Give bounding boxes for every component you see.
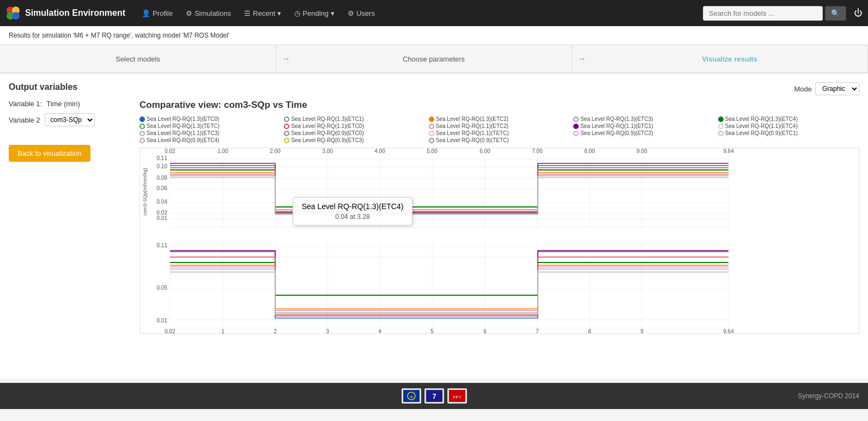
left-panel: Output variables Variable 1: Time (min) … <box>9 82 129 370</box>
svg-text:9.00: 9.00 <box>636 148 647 154</box>
legend-dot-7 <box>429 124 434 129</box>
svg-point-3 <box>12 12 20 20</box>
nav-simulations[interactable]: ⚙ Simulations <box>180 6 236 21</box>
legend-item-1: Sea Level RQ-RQ(1.3)(ETC1) <box>284 116 425 122</box>
dropdown-icon: ▾ <box>277 9 281 17</box>
legend-dot-14 <box>718 131 724 136</box>
svg-text:com3-SQp(ml/min/kg): com3-SQp(ml/min/kg) <box>142 168 148 216</box>
power-icon[interactable]: ⏻ <box>854 8 863 18</box>
legend-item-0: Sea Level RQ-RQ(1.3)(ETC0) <box>139 116 281 122</box>
legend-dot-12 <box>429 131 434 136</box>
legend-item-11: Sea Level RQ-RQ(0.9)(ETC0) <box>284 130 425 136</box>
navbar: Simulation Environment 👤 Profile ⚙ Simul… <box>0 0 868 26</box>
legend-dot-3 <box>573 117 579 122</box>
legend-dot-13 <box>573 131 579 136</box>
svg-text:0.11: 0.11 <box>157 155 168 161</box>
svg-text:0.01: 0.01 <box>157 318 168 324</box>
legend-item-4: Sea Level RQ-RQ(1.3)(ETC4) <box>718 116 859 122</box>
legend-item-2: Sea Level RQ-RQ(1.3)(ETC2) <box>429 116 570 122</box>
svg-text:9.64: 9.64 <box>723 328 734 333</box>
legend-dot-9 <box>718 124 724 129</box>
right-panel: Mode Graphic Table Comparative view: com… <box>139 82 859 370</box>
var1-value: Time (min) <box>46 100 80 108</box>
svg-text:3.00: 3.00 <box>322 148 333 154</box>
results-text: Results for simulation 'M6 + M7 RQ range… <box>9 32 229 39</box>
svg-text:7: 7 <box>536 328 539 333</box>
svg-text:0.02: 0.02 <box>165 148 175 154</box>
footer-copyright: Synergy-COPD 2014 <box>798 392 859 400</box>
svg-text:5: 5 <box>430 328 434 333</box>
mode-select[interactable]: Graphic Table <box>815 82 859 95</box>
nav-profile[interactable]: 👤 Profile <box>136 6 178 21</box>
svg-text:1: 1 <box>221 328 224 333</box>
svg-text:8.00: 8.00 <box>584 148 595 154</box>
clock-icon: ◷ <box>294 9 300 17</box>
back-button[interactable]: Back to visualization <box>9 145 90 162</box>
svg-text:★: ★ <box>410 395 413 399</box>
chart-title: Comparative view: com3-SQp vs Time <box>139 100 859 111</box>
search-button[interactable]: 🔍 <box>825 6 846 21</box>
footer-logo-3: FP7 <box>447 388 467 404</box>
results-bar: Results for simulation 'M6 + M7 RQ range… <box>0 26 868 45</box>
legend-item-5: Sea Level RQ-RQ(1.3)(TETC) <box>139 123 281 129</box>
arrow1: → <box>276 54 296 64</box>
legend-dot-0 <box>139 117 145 122</box>
variable2-row: Variable 2 com3-SQp <box>9 113 129 126</box>
svg-text:6.00: 6.00 <box>479 148 490 154</box>
footer: ★ 7 FP7 Synergy-COPD 2014 <box>0 383 868 409</box>
nav-recent[interactable]: ☰ Recent ▾ <box>239 6 287 21</box>
step-select-models[interactable]: Select models <box>0 45 276 72</box>
variable1-row: Variable 1: Time (min) <box>9 100 129 108</box>
legend-item-10: Sea Level RQ-RQ(1.1)(ETC3) <box>139 130 281 136</box>
svg-text:5.00: 5.00 <box>427 148 438 154</box>
gear-icon: ⚙ <box>186 9 192 17</box>
svg-text:0.01: 0.01 <box>157 215 168 221</box>
legend-item-9: Sea Level RQ-RQ(1.1)(ETC4) <box>718 123 859 129</box>
legend-dot-1 <box>284 117 289 122</box>
step-choose-params[interactable]: Choose parameters <box>296 45 572 72</box>
footer-logo-2: 7 <box>424 388 444 404</box>
legend-dot-2 <box>429 117 434 122</box>
legend-item-8: Sea Level RQ-RQ(1.1)(ETC1) <box>573 123 714 129</box>
legend-item-3: Sea Level RQ-RQ(1.3)(ETC3) <box>573 116 714 122</box>
svg-text:0.02: 0.02 <box>165 328 175 333</box>
user-icon: 👤 <box>142 9 150 17</box>
legend-dot-15 <box>139 138 145 143</box>
var1-label: Variable 1: <box>9 100 42 108</box>
output-vars-title: Output variables <box>9 82 129 92</box>
legend-item-15: Sea Level RQ-RQ(0.9)(ETC4) <box>139 137 281 143</box>
search-input[interactable] <box>703 6 823 21</box>
legend-item-13: Sea Level RQ-RQ(0.9)(ETC2) <box>573 130 714 136</box>
list-icon: ☰ <box>244 9 251 17</box>
legend-item-12: Sea Level RQ-RQ(1.1)(TETC) <box>429 130 570 136</box>
nav-pending[interactable]: ◷ Pending ▾ <box>289 6 340 21</box>
legend-item-17: Sea Level RQ-RQ(0.9)(TETC) <box>429 137 570 143</box>
svg-text:0.04: 0.04 <box>157 199 168 205</box>
svg-text:1.00: 1.00 <box>217 148 228 154</box>
legend-dot-4 <box>718 117 724 122</box>
svg-text:8: 8 <box>588 328 591 333</box>
nav-users[interactable]: ⚙ Users <box>342 6 380 21</box>
legend-dot-10 <box>139 131 145 136</box>
legend-dot-17 <box>429 138 434 143</box>
svg-text:3: 3 <box>326 328 329 333</box>
brand: Simulation Environment <box>5 5 125 21</box>
dropdown-icon2: ▾ <box>331 9 335 17</box>
legend-item-6: Sea Level RQ-RQ(1.1)(ETC0) <box>284 123 425 129</box>
variable2-select[interactable]: com3-SQp <box>45 113 95 126</box>
svg-text:6: 6 <box>483 328 487 333</box>
legend-dot-8 <box>573 124 579 129</box>
svg-text:0.10: 0.10 <box>157 163 168 169</box>
svg-text:9: 9 <box>640 328 644 333</box>
svg-text:7: 7 <box>432 392 436 400</box>
legend-dot-5 <box>139 124 145 129</box>
gear-icon2: ⚙ <box>348 9 354 17</box>
step-visualize[interactable]: Visualize results <box>592 45 868 72</box>
mode-label: Mode <box>794 85 812 93</box>
mode-row: Mode Graphic Table <box>139 82 859 95</box>
svg-text:9.64: 9.64 <box>723 148 734 154</box>
svg-text:0.06: 0.06 <box>157 185 168 191</box>
chart-container[interactable]: 0.11 0.10 0.08 0.06 0.04 0.02 0.01 0.02 … <box>139 148 859 334</box>
svg-text:0.08: 0.08 <box>157 175 168 181</box>
svg-text:0.11: 0.11 <box>157 242 168 248</box>
